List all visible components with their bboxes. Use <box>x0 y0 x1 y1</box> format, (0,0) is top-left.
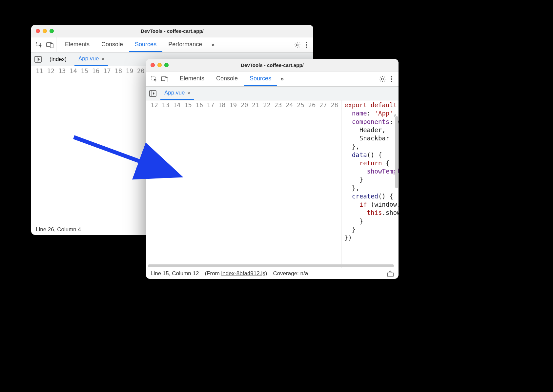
coverage-status: Coverage: n/a <box>273 270 308 277</box>
vertical-scrollbar[interactable] <box>395 116 398 188</box>
panel-tab-performance[interactable]: Performance <box>162 37 208 52</box>
source-origin: (From index-8bfa4912.js) <box>205 270 267 277</box>
svg-point-4 <box>306 42 307 43</box>
svg-rect-16 <box>150 91 156 96</box>
more-menu-icon[interactable] <box>305 42 307 48</box>
svg-rect-7 <box>35 56 41 62</box>
navigator-toggle-icon[interactable] <box>34 56 42 63</box>
titlebar: DevTools - coffee-cart.app/ <box>31 25 313 37</box>
window-close-icon[interactable] <box>36 29 40 33</box>
devtools-panel-tabs: Elements Console Sources Performance » <box>31 37 313 52</box>
panel-tab-sources[interactable]: Sources <box>244 72 277 86</box>
close-tab-icon[interactable]: × <box>101 56 104 62</box>
window-minimize-icon[interactable] <box>43 29 47 33</box>
svg-rect-11 <box>165 78 168 82</box>
window-minimize-icon[interactable] <box>157 63 162 67</box>
file-tab-label: (index) <box>50 56 67 63</box>
inspect-element-icon[interactable] <box>36 41 43 49</box>
svg-rect-2 <box>50 44 53 48</box>
settings-gear-icon[interactable] <box>379 75 386 83</box>
cursor-position: Line 26, Column 4 <box>36 226 81 233</box>
source-file-tabs: App.vue × <box>146 87 399 100</box>
window-title: DevTools - coffee-cart.app/ <box>146 62 399 68</box>
svg-point-13 <box>391 76 392 77</box>
window-maximize-icon[interactable] <box>164 63 169 67</box>
window-traffic-lights <box>36 29 54 33</box>
code-editor[interactable]: 12 13 14 15 16 17 18 19 20 21 22 23 24 2… <box>146 100 399 268</box>
window-close-icon[interactable] <box>151 63 155 67</box>
panel-tab-elements[interactable]: Elements <box>174 72 210 86</box>
close-tab-icon[interactable]: × <box>187 90 190 96</box>
more-menu-icon[interactable] <box>391 76 393 82</box>
svg-point-3 <box>296 44 298 46</box>
svg-point-12 <box>381 78 383 80</box>
inspect-element-icon[interactable] <box>151 75 158 83</box>
panel-tab-elements[interactable]: Elements <box>59 37 95 52</box>
source-origin-link[interactable]: index-8bfa4912.js <box>221 270 265 277</box>
window-maximize-icon[interactable] <box>50 29 54 33</box>
file-tab-label: App.vue <box>78 55 99 62</box>
window-traffic-lights <box>151 63 169 67</box>
code-content[interactable]: export default defineComponent({ name: '… <box>342 100 399 268</box>
panel-tab-console[interactable]: Console <box>210 72 244 86</box>
svg-rect-18 <box>387 273 393 276</box>
panel-tab-sources[interactable]: Sources <box>129 37 162 52</box>
file-tab-app-vue[interactable]: App.vue × <box>160 87 194 100</box>
file-tab-index[interactable]: (index) <box>46 52 71 66</box>
panel-tabs-overflow-icon[interactable]: » <box>208 37 218 52</box>
svg-point-6 <box>306 47 307 48</box>
navigator-toggle-icon[interactable] <box>149 90 156 97</box>
devtools-window-front: DevTools - coffee-cart.app/ Elements Con… <box>146 59 399 279</box>
line-number-gutter: 12 13 14 15 16 17 18 19 20 21 22 23 24 2… <box>146 100 342 268</box>
file-tab-app-vue[interactable]: App.vue × <box>74 52 108 66</box>
devtools-panel-tabs: Elements Console Sources » <box>146 72 399 87</box>
svg-point-14 <box>391 78 392 80</box>
svg-point-5 <box>306 44 307 46</box>
status-bar: Line 15, Column 12 (From index-8bfa4912.… <box>146 268 399 279</box>
cursor-position: Line 15, Column 12 <box>151 270 199 277</box>
device-toolbar-icon[interactable] <box>46 42 54 48</box>
settings-gear-icon[interactable] <box>294 41 301 49</box>
file-tab-label: App.vue <box>164 90 185 96</box>
show-drawer-icon[interactable] <box>387 270 394 277</box>
titlebar: DevTools - coffee-cart.app/ <box>146 59 399 72</box>
svg-point-15 <box>391 81 392 82</box>
device-toolbar-icon[interactable] <box>161 76 169 82</box>
horizontal-scrollbar[interactable] <box>148 264 394 267</box>
panel-tab-console[interactable]: Console <box>95 37 129 52</box>
window-title: DevTools - coffee-cart.app/ <box>31 28 313 34</box>
panel-tabs-overflow-icon[interactable]: » <box>277 72 287 86</box>
